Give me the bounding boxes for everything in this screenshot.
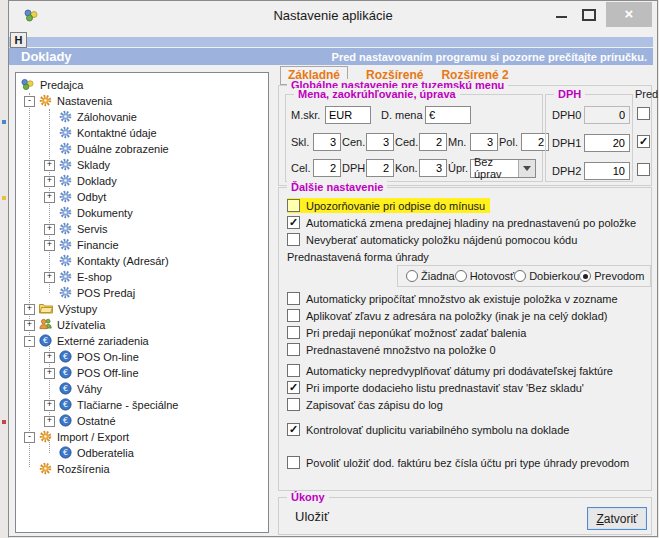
expand-icon[interactable] (44, 352, 55, 363)
expand-icon[interactable] (44, 160, 55, 171)
radio-prevodom[interactable]: Prevodom (579, 270, 644, 282)
tree-item-externe-zariadenia[interactable]: € Externé zariadenia (16, 333, 268, 349)
currency-symbol-input[interactable] (425, 106, 471, 124)
expand-icon[interactable] (44, 272, 55, 283)
dph0-input[interactable] (584, 106, 630, 124)
tree-item-doklady[interactable]: Doklady (16, 173, 268, 189)
dph2-pred-checkbox[interactable] (637, 163, 650, 176)
close-button[interactable]: × (606, 2, 652, 27)
background-fragment (2, 120, 6, 124)
close-dialog-button[interactable]: Zatvoriť (587, 507, 647, 530)
upr-dropdown[interactable]: Bez úprav (470, 159, 536, 178)
ced-input[interactable] (419, 133, 447, 151)
tree-item-dokumenty[interactable]: Dokumenty (16, 205, 268, 221)
radio-ziadna[interactable]: Žiadna (406, 270, 455, 282)
auto-zmena-hladiny-checkbox[interactable] (287, 216, 300, 229)
tree-item-predajca[interactable]: Predajca (16, 77, 268, 93)
tree-item-import-export[interactable]: Import / Export (16, 429, 268, 445)
import-dodacieho-listu-checkbox[interactable] (287, 381, 300, 394)
collapse-icon[interactable] (24, 336, 35, 347)
tree-item-odberatelia[interactable]: € Odberatelia (16, 445, 268, 461)
neponukat-balenia-checkbox[interactable] (287, 326, 300, 339)
minimize-icon (556, 16, 567, 18)
tree-item-pos-online[interactable]: € POS On-line (16, 349, 268, 365)
zapisovat-cas-checkbox[interactable] (287, 398, 300, 411)
tree-item-pos-offline[interactable]: € POS Off-line (16, 365, 268, 381)
tree-item-servis[interactable]: Servis (16, 221, 268, 237)
expand-icon[interactable] (44, 416, 55, 427)
tree-item-kontakty-adresar[interactable]: Kontakty (Adresár) (16, 253, 268, 269)
expand-icon[interactable] (44, 176, 55, 187)
mn-input[interactable] (470, 133, 498, 151)
auto-pripocitat-checkbox[interactable] (287, 292, 300, 305)
cen-input[interactable] (366, 133, 394, 151)
collapse-icon[interactable] (24, 96, 35, 107)
gear-blue-icon (59, 222, 72, 237)
kontrolovat-duplicitu-checkbox[interactable] (287, 423, 300, 436)
tree-item-vahy[interactable]: € Váhy (16, 381, 268, 397)
minimize-button[interactable] (553, 7, 571, 23)
currency-abbr-input[interactable] (325, 106, 371, 124)
cel-input[interactable] (313, 159, 341, 177)
tree-item-eshop[interactable]: E-shop (16, 269, 268, 285)
radio-icon (455, 270, 467, 282)
svg-text:€: € (63, 384, 68, 393)
tree-item-financie[interactable]: Financie (16, 237, 268, 253)
tree-item-nastavenia[interactable]: Nastavenia (16, 93, 268, 109)
maximize-icon (582, 9, 596, 21)
tree-item-tlaciarne-specialne[interactable]: € Tlačiarne - špeciálne (16, 397, 268, 413)
screen: Nastavenie aplikácie × H Doklady Pred na… (0, 0, 659, 538)
collapse-icon[interactable] (24, 432, 35, 443)
nepredvyplnovat-datumy-checkbox[interactable] (287, 364, 300, 377)
tree-item-uzivatelia[interactable]: Užívatelia (16, 317, 268, 333)
background-fragment (2, 196, 6, 200)
aplikovat-zlavu-checkbox[interactable] (287, 309, 300, 322)
tree-item-zalohovanie[interactable]: Zálohovanie (16, 109, 268, 125)
upozornovanie-checkbox[interactable] (287, 199, 300, 212)
radio-dobierkou[interactable]: Dobierkou (514, 270, 579, 282)
dph2-input[interactable] (584, 162, 630, 180)
group-title: DPH (554, 88, 585, 100)
expand-icon[interactable] (44, 368, 55, 379)
skl-input[interactable] (313, 133, 341, 151)
radio-icon (514, 270, 526, 282)
povolit-ulozit-fakturu-checkbox[interactable] (287, 456, 300, 469)
tree-item-vystupy[interactable]: Výstupy (16, 301, 268, 317)
field-label: DPH1 (552, 137, 584, 149)
svg-text:€: € (63, 448, 68, 457)
title-bar[interactable]: Nastavenie aplikácie × (9, 1, 657, 31)
tree-item-label: Financie (77, 239, 119, 251)
dph1-pred-checkbox[interactable] (637, 135, 650, 148)
dph1-input[interactable] (584, 134, 630, 152)
tree-item-label: Kontaktné údaje (77, 127, 157, 139)
tree-item-sklady[interactable]: Sklady (16, 157, 268, 173)
expand-icon[interactable] (44, 224, 55, 235)
checkbox-row-highlighted: Upozorňovanie pri odpise do mínusu (287, 197, 645, 214)
checkbox-row: Pri importe dodacieho listu prednastaviť… (287, 379, 645, 396)
kon-input[interactable] (419, 159, 447, 177)
prednastavene-mnozstvo-checkbox[interactable] (287, 343, 300, 356)
close-icon: × (606, 5, 652, 22)
nevyberat-polozku-checkbox[interactable] (287, 233, 300, 246)
maximize-button[interactable] (579, 6, 597, 22)
tree-item-rozsirenia[interactable]: Rozšírenia (16, 461, 268, 477)
dph-input[interactable] (366, 159, 394, 177)
tree-item-odbyt[interactable]: Odbyt (16, 189, 268, 205)
other-settings-group: Ďalšie nastavenie Upozorňovanie pri odpi… (278, 187, 652, 491)
dph0-pred-checkbox[interactable] (637, 107, 650, 120)
radio-hotovost[interactable]: Hotovosť (455, 270, 514, 282)
expand-icon[interactable] (24, 320, 35, 331)
expand-icon[interactable] (44, 400, 55, 411)
expand-icon[interactable] (44, 240, 55, 251)
tree-item-pos-predaj[interactable]: POS Predaj (16, 285, 268, 301)
h-button[interactable]: H (10, 32, 27, 48)
expand-icon[interactable] (24, 304, 35, 315)
dropdown-arrow-button[interactable] (518, 160, 535, 177)
payment-form-radiogroup: Žiadna Hotovosť Dobierkou Prevodom (397, 265, 651, 287)
tree-item-kontaktne-udaje[interactable]: Kontaktné údaje (16, 125, 268, 141)
tree-item-dualne-zobrazenie[interactable]: Duálne zobrazenie (16, 141, 268, 157)
checkbox-row: Prednastavené množstvo na položke 0 (287, 341, 645, 358)
expand-icon[interactable] (44, 192, 55, 203)
tree-item-ostatne[interactable]: € Ostatné (16, 413, 268, 429)
save-button[interactable]: Uložiť (295, 509, 329, 524)
